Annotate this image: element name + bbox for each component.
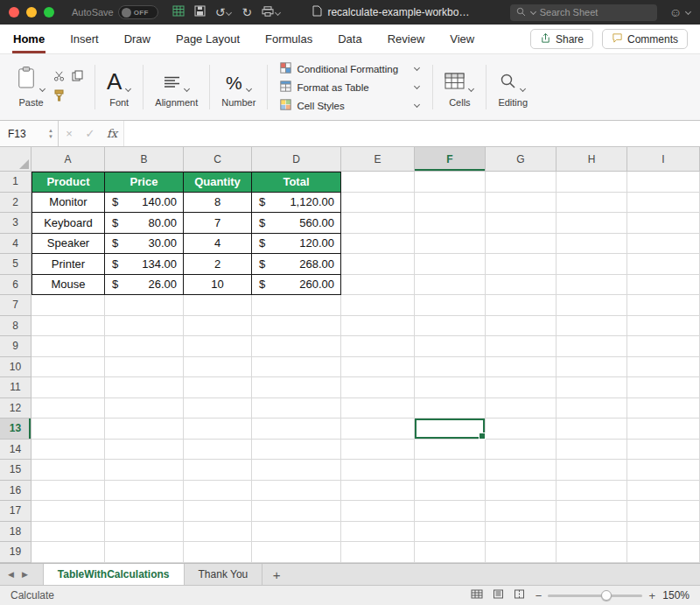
cell-B7[interactable]	[105, 295, 184, 316]
cell-E5[interactable]	[341, 254, 415, 275]
cell-E3[interactable]	[341, 213, 415, 234]
cell-C12[interactable]	[184, 398, 252, 419]
cell-I5[interactable]	[627, 254, 700, 275]
cell-G10[interactable]	[486, 357, 556, 378]
cell-D19[interactable]	[252, 542, 341, 563]
cell-C17[interactable]	[184, 501, 252, 522]
cell-H5[interactable]	[556, 254, 627, 275]
cell-G12[interactable]	[486, 398, 556, 419]
row-header-17[interactable]: 17	[0, 501, 32, 522]
cell-H2[interactable]	[556, 193, 627, 214]
format-painter-icon[interactable]	[53, 89, 65, 105]
cell-E2[interactable]	[341, 193, 415, 214]
cell-C18[interactable]	[184, 522, 252, 543]
cell-G19[interactable]	[486, 542, 556, 563]
insert-function-button[interactable]: fx	[101, 121, 123, 146]
cell-I9[interactable]	[627, 336, 700, 357]
cell-I7[interactable]	[627, 295, 700, 316]
cell-A5[interactable]: Printer	[32, 254, 105, 275]
row-header-3[interactable]: 3	[0, 213, 32, 234]
search-scope-chevron-icon[interactable]	[530, 8, 536, 14]
zoom-out-button[interactable]: −	[536, 590, 542, 601]
paste-chevron-icon[interactable]	[39, 86, 46, 92]
cell-B2[interactable]: $140.00	[105, 193, 184, 214]
cell-A12[interactable]	[32, 398, 105, 419]
cell-C3[interactable]: 7	[184, 213, 252, 234]
cell-G16[interactable]	[486, 481, 556, 502]
cell-C9[interactable]	[184, 336, 252, 357]
cell-D18[interactable]	[252, 522, 341, 543]
cell-B1[interactable]: Price	[105, 172, 184, 193]
conditional-formatting-chevron-icon[interactable]	[414, 65, 420, 71]
cell-H9[interactable]	[556, 336, 627, 357]
row-header-9[interactable]: 9	[0, 336, 32, 357]
number-button[interactable]: % Number	[221, 67, 256, 108]
search-sheet-field[interactable]: Search Sheet	[510, 4, 657, 21]
cell-B18[interactable]	[105, 522, 184, 543]
column-header-F[interactable]: F	[415, 147, 486, 172]
cell-B8[interactable]	[105, 316, 184, 337]
number-chevron-icon[interactable]	[246, 86, 252, 92]
undo-chevron-icon[interactable]	[226, 10, 232, 16]
cell-H17[interactable]	[556, 501, 627, 522]
cell-H7[interactable]	[556, 295, 627, 316]
cell-A6[interactable]: Mouse	[32, 275, 105, 296]
cell-G18[interactable]	[486, 522, 556, 543]
cell-E17[interactable]	[341, 501, 415, 522]
cell-styles-chevron-icon[interactable]	[414, 102, 420, 108]
cell-F18[interactable]	[415, 522, 486, 543]
cell-H6[interactable]	[556, 275, 627, 296]
cell-F4[interactable]	[415, 234, 486, 255]
cell-A19[interactable]	[32, 542, 105, 563]
stepper-down-icon[interactable]: ▼	[48, 134, 53, 139]
cell-G13[interactable]	[486, 419, 556, 440]
cell-A15[interactable]	[32, 460, 105, 481]
cell-A10[interactable]	[32, 357, 105, 378]
cell-G8[interactable]	[486, 316, 556, 337]
cell-C5[interactable]: 2	[184, 254, 252, 275]
cell-I19[interactable]	[627, 542, 700, 563]
cell-I17[interactable]	[627, 501, 700, 522]
cell-H15[interactable]	[556, 460, 627, 481]
alignment-chevron-icon[interactable]	[184, 86, 190, 92]
row-header-10[interactable]: 10	[0, 357, 32, 378]
cell-H19[interactable]	[556, 542, 627, 563]
cell-H10[interactable]	[556, 357, 627, 378]
confirm-entry-button[interactable]: ✓	[80, 121, 101, 146]
row-header-7[interactable]: 7	[0, 295, 32, 316]
row-header-1[interactable]: 1	[0, 172, 32, 193]
cell-E6[interactable]	[341, 275, 415, 296]
cell-C10[interactable]	[184, 357, 252, 378]
redo-icon[interactable]: ↻	[242, 6, 252, 18]
font-chevron-icon[interactable]	[125, 86, 131, 92]
cell-B10[interactable]	[105, 357, 184, 378]
cell-B9[interactable]	[105, 336, 184, 357]
alignment-button[interactable]: Alignment	[155, 67, 198, 108]
ribbon-tab-review[interactable]: Review	[387, 25, 426, 53]
sheet-tab-tablewithcalculations[interactable]: TableWithCalculations	[43, 564, 185, 585]
format-as-table-button[interactable]: Format as Table	[280, 81, 420, 94]
cell-E9[interactable]	[341, 336, 415, 357]
ribbon-tab-insert[interactable]: Insert	[69, 25, 100, 53]
column-header-E[interactable]: E	[341, 147, 415, 172]
column-header-I[interactable]: I	[627, 147, 700, 172]
copy-icon[interactable]	[72, 69, 83, 85]
row-header-16[interactable]: 16	[0, 481, 32, 502]
cell-F5[interactable]	[415, 254, 486, 275]
feedback-control[interactable]: ☺	[669, 5, 691, 19]
autosave-control[interactable]: AutoSave OFF	[72, 5, 158, 19]
cell-E14[interactable]	[341, 440, 415, 461]
cell-H4[interactable]	[556, 234, 627, 255]
scroll-tabs-right-icon[interactable]: ▶	[22, 570, 28, 579]
cell-D3[interactable]: $560.00	[252, 213, 341, 234]
column-header-C[interactable]: C	[184, 147, 252, 172]
cell-G11[interactable]	[486, 377, 556, 398]
cell-F3[interactable]	[415, 213, 486, 234]
row-header-11[interactable]: 11	[0, 377, 32, 398]
row-header-18[interactable]: 18	[0, 522, 32, 543]
cell-I14[interactable]	[627, 440, 700, 461]
cell-E15[interactable]	[341, 460, 415, 481]
cell-G6[interactable]	[486, 275, 556, 296]
row-header-6[interactable]: 6	[0, 275, 32, 296]
cell-C14[interactable]	[184, 440, 252, 461]
